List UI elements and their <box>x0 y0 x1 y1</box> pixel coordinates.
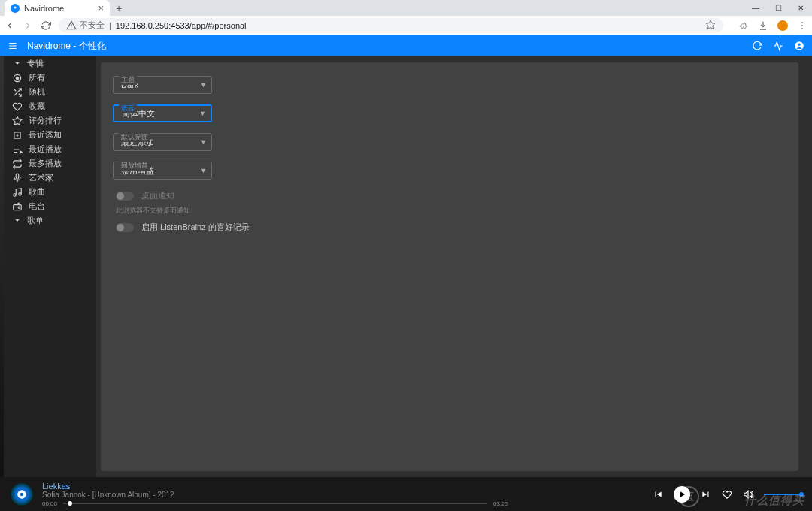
forward-button[interactable] <box>23 20 33 31</box>
reload-button[interactable] <box>41 20 51 31</box>
playlist-play-icon <box>12 144 23 155</box>
field-label: 默认界面 <box>119 132 150 142</box>
repeat-icon <box>12 159 23 169</box>
url-separator: | <box>109 21 111 30</box>
user-icon[interactable] <box>794 41 804 51</box>
caret-down-icon: ▼ <box>200 81 207 89</box>
field-label: 回放增益 <box>119 161 150 171</box>
language-select[interactable]: 语言 简体中文▼ <box>113 104 212 122</box>
progress-bar[interactable] <box>63 503 487 504</box>
track-artist[interactable]: Sofia Jannok - [Unknown Album] - 2012 <box>42 491 644 499</box>
time-elapsed: 00:00 <box>42 500 57 507</box>
toggle-switch <box>116 192 134 201</box>
library-add-icon <box>12 130 23 141</box>
menu-button[interactable] <box>8 41 18 51</box>
sidebar-item-recently-added[interactable]: 最近添加 <box>0 128 96 142</box>
app-root: Navidrome - 个性化 专辑 所有 随机 收藏 评分排行 最近添加 最近… <box>0 35 812 511</box>
svg-rect-8 <box>16 174 19 179</box>
browser-tab-strip: Navidrome × + — ☐ ✕ <box>0 0 812 16</box>
svg-point-0 <box>801 22 803 23</box>
insecure-icon: 不安全 <box>66 20 105 31</box>
caret-down-icon: ▼ <box>200 138 207 146</box>
desktop-notification-toggle: 桌面通知 <box>113 190 786 201</box>
download-icon[interactable] <box>758 20 768 31</box>
desktop-notification-hint: 此浏览器不支持桌面通知 <box>113 206 786 216</box>
circle-dot-icon <box>12 73 23 83</box>
window-close-button[interactable]: ✕ <box>789 0 812 16</box>
chevron-down-icon <box>12 215 23 227</box>
heart-icon <box>12 101 23 112</box>
browser-toolbar: 不安全 | 192.168.0.250:4533/app/#/personal <box>0 16 812 35</box>
field-label: 主题 <box>119 75 137 85</box>
svg-point-10 <box>19 192 22 195</box>
app-bar: Navidrome - 个性化 <box>0 35 812 56</box>
svg-point-2 <box>801 28 803 29</box>
sidebar-item-artist[interactable]: 艺术家 <box>0 171 96 185</box>
theme-select[interactable]: 主题 Dark▼ <box>113 76 212 94</box>
track-title[interactable]: Liekkas <box>42 482 644 491</box>
svg-point-1 <box>801 25 803 26</box>
toggle-switch[interactable] <box>116 223 134 232</box>
next-track-button[interactable] <box>701 489 711 500</box>
svg-point-9 <box>14 193 17 196</box>
sidebar-section-playlist[interactable]: 歌单 <box>0 213 96 228</box>
replay-gain-select[interactable]: 回放增益 禁用增益▼ <box>113 162 212 180</box>
star-icon <box>12 116 23 126</box>
sidebar-item-top-rated[interactable]: 评分排行 <box>0 113 96 128</box>
music-note-icon <box>12 187 23 198</box>
album-art[interactable] <box>11 483 33 506</box>
shuffle-icon <box>12 87 23 98</box>
prev-track-button[interactable] <box>653 489 663 500</box>
extensions-icon[interactable] <box>738 20 749 31</box>
back-button[interactable] <box>5 20 15 31</box>
page-title: Navidrome - 个性化 <box>27 40 106 53</box>
favorite-button[interactable] <box>722 489 732 500</box>
favicon-icon <box>11 4 20 13</box>
sidebar-item-random[interactable]: 随机 <box>0 85 96 99</box>
activity-icon[interactable] <box>773 41 783 51</box>
player-bar: Liekkas Sofia Jannok - [Unknown Album] -… <box>0 477 812 511</box>
mic-icon <box>12 173 23 183</box>
watermark-text: 什么值得买 <box>744 494 804 508</box>
tab-title: Navidrome <box>24 4 64 13</box>
sidebar-item-radio[interactable]: 电台 <box>0 199 96 213</box>
default-view-select[interactable]: 默认界面 最近添加▼ <box>113 133 212 151</box>
window-minimize-button[interactable]: — <box>744 0 767 16</box>
refresh-icon[interactable] <box>752 41 762 51</box>
svg-point-12 <box>18 207 20 208</box>
sidebar-item-recently-played[interactable]: 最近播放 <box>0 142 96 156</box>
window-controls: — ☐ ✕ <box>744 0 812 16</box>
bookmark-icon[interactable] <box>705 20 716 32</box>
caret-down-icon: ▼ <box>200 167 207 174</box>
track-info: Liekkas Sofia Jannok - [Unknown Album] -… <box>42 482 644 507</box>
field-label: 语言 <box>119 104 137 113</box>
time-total: 03:23 <box>493 500 508 507</box>
tab-close-icon[interactable]: × <box>98 2 104 14</box>
new-tab-button[interactable]: + <box>116 2 122 14</box>
profile-button[interactable] <box>777 20 788 31</box>
address-bar[interactable]: 不安全 | 192.168.0.250:4533/app/#/personal <box>59 18 723 33</box>
sidebar-item-most-played[interactable]: 最多播放 <box>0 156 96 171</box>
svg-point-4 <box>798 44 801 47</box>
url-text: 192.168.0.250:4533/app/#/personal <box>116 21 247 30</box>
sidebar-item-all[interactable]: 所有 <box>0 71 96 85</box>
sidebar: 专辑 所有 随机 收藏 评分排行 最近添加 最近播放 最多播放 艺术家 歌曲 电… <box>0 56 96 477</box>
listenbrainz-toggle[interactable]: 启用 ListenBrainz 的喜好记录 <box>113 222 786 233</box>
settings-panel: 主题 Dark▼ 语言 简体中文▼ 默认界面 最近添加▼ 回放增益 禁用增益▼ … <box>101 62 798 471</box>
sidebar-section-album[interactable]: 专辑 <box>0 56 96 71</box>
window-maximize-button[interactable]: ☐ <box>767 0 789 16</box>
chrome-menu-icon[interactable] <box>797 20 807 31</box>
browser-tab[interactable]: Navidrome × <box>5 0 110 16</box>
watermark-badge: 值 <box>678 486 699 507</box>
chevron-down-icon <box>12 58 23 70</box>
radio-icon <box>12 201 23 212</box>
svg-point-6 <box>16 77 19 80</box>
sidebar-item-song[interactable]: 歌曲 <box>0 185 96 199</box>
caret-down-icon: ▼ <box>199 110 206 117</box>
sidebar-item-favorites[interactable]: 收藏 <box>0 99 96 113</box>
